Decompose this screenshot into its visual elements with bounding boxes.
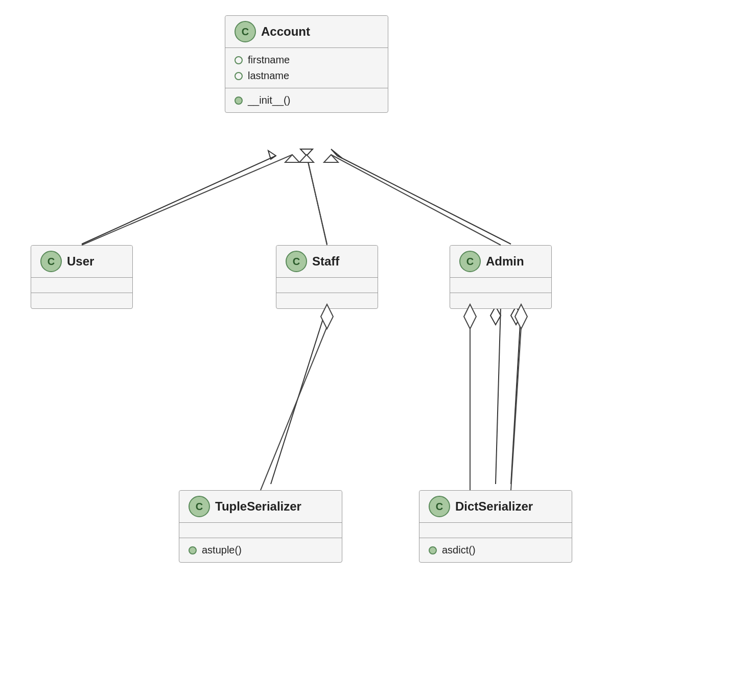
dict-serializer-method-asdict: asdict() — [429, 542, 563, 558]
svg-line-16 — [331, 155, 501, 245]
account-method-init: __init__() — [235, 92, 379, 108]
svg-line-0 — [82, 156, 276, 244]
account-attr-lastname: lastname — [235, 68, 379, 84]
svg-line-22 — [511, 327, 521, 490]
svg-marker-3 — [300, 149, 313, 156]
dict-serializer-methods: asdict() — [419, 538, 572, 562]
attr-icon-lastname — [235, 72, 243, 80]
staff-methods — [276, 293, 378, 308]
admin-header: C Admin — [450, 246, 551, 278]
dict-serializer-class: C DictSerializer asdict() — [419, 490, 572, 563]
method-icon-astuple — [189, 546, 197, 554]
svg-line-2 — [307, 156, 327, 244]
svg-marker-9 — [490, 306, 501, 325]
account-header: C Account — [225, 16, 388, 48]
svg-marker-5 — [331, 149, 342, 158]
account-attr-firstname: firstname — [235, 52, 379, 68]
staff-attributes — [276, 278, 378, 293]
tuple-serializer-icon: C — [189, 496, 210, 517]
svg-line-18 — [261, 327, 327, 490]
admin-icon: C — [459, 251, 481, 272]
user-header: C User — [31, 246, 132, 278]
account-attributes: firstname lastname — [225, 48, 388, 88]
admin-class: C Admin — [450, 245, 552, 309]
account-name: Account — [261, 25, 310, 39]
svg-line-12 — [82, 155, 292, 245]
user-class: C User — [31, 245, 133, 309]
staff-icon: C — [286, 251, 307, 272]
svg-marker-7 — [322, 306, 332, 325]
staff-class: C Staff — [276, 245, 378, 309]
admin-methods — [450, 293, 551, 308]
account-class: C Account firstname lastname __init__() — [225, 15, 388, 113]
method-icon-asdict — [429, 546, 437, 554]
user-methods — [31, 293, 132, 308]
svg-line-4 — [337, 156, 511, 244]
svg-line-14 — [307, 155, 327, 245]
svg-marker-11 — [511, 306, 521, 325]
attr-icon-firstname — [235, 56, 243, 64]
svg-marker-15 — [299, 155, 314, 162]
method-icon-init — [235, 96, 243, 105]
tuple-serializer-method-astuple: astuple() — [189, 542, 333, 558]
svg-marker-13 — [285, 155, 299, 162]
svg-line-10 — [511, 306, 521, 484]
svg-line-6 — [271, 306, 327, 484]
dict-serializer-header: C DictSerializer — [419, 491, 572, 523]
account-icon: C — [235, 21, 256, 42]
svg-marker-1 — [268, 151, 276, 159]
user-name: User — [67, 254, 94, 269]
dict-serializer-icon: C — [429, 496, 450, 517]
svg-marker-17 — [324, 155, 338, 162]
staff-name: Staff — [312, 254, 339, 269]
tuple-serializer-attributes — [179, 523, 342, 538]
admin-name: Admin — [486, 254, 524, 269]
tuple-serializer-header: C TupleSerializer — [179, 491, 342, 523]
staff-header: C Staff — [276, 246, 378, 278]
svg-line-8 — [496, 306, 501, 484]
tuple-serializer-methods: astuple() — [179, 538, 342, 562]
dict-serializer-attributes — [419, 523, 572, 538]
tuple-serializer-name: TupleSerializer — [215, 499, 301, 514]
user-attributes — [31, 278, 132, 293]
account-methods: __init__() — [225, 88, 388, 112]
user-icon: C — [40, 251, 62, 272]
diagram-container: C Account firstname lastname __init__() — [0, 0, 749, 700]
dict-serializer-name: DictSerializer — [455, 499, 533, 514]
admin-attributes — [450, 278, 551, 293]
tuple-serializer-class: C TupleSerializer astuple() — [179, 490, 342, 563]
